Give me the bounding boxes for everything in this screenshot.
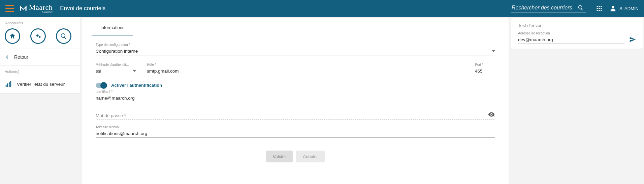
- auth-toggle[interactable]: [96, 83, 106, 88]
- send-address-label: Adresse d'envoi: [96, 125, 495, 129]
- home-icon: [9, 33, 16, 40]
- svg-rect-7: [599, 10, 600, 11]
- config-type-label: Type de configuration *: [96, 43, 495, 47]
- shortcut-admin[interactable]: [30, 28, 46, 44]
- svg-rect-5: [601, 8, 602, 9]
- config-type-value: Configuration interne: [96, 49, 138, 54]
- test-title: Test d'envoi: [518, 23, 636, 28]
- logo-mark-icon: [19, 4, 28, 12]
- page-title: Envoi de courriels: [60, 5, 105, 12]
- search-input[interactable]: [511, 4, 575, 11]
- sidebar: Raccourcis Retour: [0, 17, 81, 93]
- chevron-down-icon: [492, 50, 495, 52]
- validate-button[interactable]: Valider: [266, 151, 293, 162]
- user-menu[interactable]: S. ADMIN: [609, 5, 639, 12]
- identifier-value: name@maarch.org: [96, 96, 135, 101]
- svg-rect-10: [6, 85, 7, 87]
- svg-point-9: [612, 6, 614, 8]
- config-type-field[interactable]: Type de configuration * Configuration in…: [96, 43, 495, 55]
- menu-button[interactable]: [5, 5, 14, 12]
- svg-rect-11: [7, 83, 8, 87]
- bar-chart-icon: [5, 80, 12, 88]
- topbar: Maarch Courrier Envoi de courriels S. AD…: [0, 0, 644, 17]
- shortcuts-heading: Raccourcis: [0, 17, 80, 27]
- svg-rect-4: [599, 8, 600, 9]
- gears-icon: [35, 33, 41, 40]
- back-label: Retour: [14, 54, 28, 60]
- svg-rect-13: [10, 81, 11, 87]
- toggle-password-visibility[interactable]: [488, 111, 495, 119]
- svg-rect-6: [597, 10, 598, 11]
- password-field[interactable]: Mot de passe *: [96, 111, 495, 120]
- auth-method-field[interactable]: Méthode d'authentific… ssl: [96, 63, 136, 75]
- user-icon: [609, 5, 617, 12]
- search-icon: [578, 5, 584, 11]
- logo-sub-text: Courrier: [29, 10, 53, 14]
- password-label: Mot de passe *: [96, 113, 126, 118]
- svg-rect-8: [601, 10, 602, 11]
- cancel-button[interactable]: Annuler: [296, 151, 325, 162]
- recv-address-value: dev@maarch.org: [518, 37, 553, 42]
- test-panel: Test d'envoi Adresse de réception dev@ma…: [511, 18, 643, 49]
- shortcut-search[interactable]: [56, 28, 71, 44]
- search-icon: [60, 33, 67, 40]
- app-logo[interactable]: Maarch Courrier: [19, 4, 53, 14]
- host-label: Hôte *: [147, 63, 464, 67]
- recv-address-label: Adresse de réception: [518, 31, 624, 35]
- auth-toggle-label: Activer l'authentification: [111, 83, 162, 88]
- identifier-label: Identifiant *: [96, 90, 495, 94]
- identifier-field[interactable]: Identifiant * name@maarch.org: [96, 90, 495, 102]
- apps-icon[interactable]: [596, 5, 603, 12]
- global-search[interactable]: [511, 4, 586, 13]
- tab-informations[interactable]: Informations: [92, 18, 133, 35]
- user-name: S. ADMIN: [619, 6, 639, 11]
- action-label: Vérifier l'état du serveur: [17, 82, 65, 87]
- svg-rect-1: [599, 6, 600, 7]
- action-check-server[interactable]: Vérifier l'état du serveur: [0, 76, 80, 90]
- eye-off-icon: [488, 111, 495, 118]
- actions-heading: Action(s): [0, 65, 80, 76]
- svg-rect-0: [597, 6, 598, 7]
- shortcut-home[interactable]: [5, 28, 20, 44]
- port-field[interactable]: Port * 465: [475, 63, 495, 75]
- auth-method-value: ssl: [96, 69, 101, 74]
- port-label: Port *: [475, 63, 495, 67]
- chevron-left-icon: [5, 55, 9, 59]
- svg-rect-12: [9, 82, 10, 87]
- send-address-field[interactable]: Adresse d'envoi notifications@maarch.org: [96, 125, 495, 138]
- svg-rect-2: [601, 6, 602, 7]
- svg-rect-3: [597, 8, 598, 9]
- send-test-button[interactable]: [629, 36, 636, 44]
- back-button[interactable]: Retour: [0, 49, 80, 65]
- paper-plane-icon: [629, 36, 636, 43]
- port-value: 465: [475, 69, 483, 74]
- chevron-down-icon: [133, 70, 136, 72]
- host-value: smtp.gmail.com: [147, 69, 179, 74]
- send-address-value: notifications@maarch.org: [96, 131, 147, 136]
- recv-address-field[interactable]: Adresse de réception dev@maarch.org: [518, 31, 624, 44]
- main-panel: Informations Type de configuration * Con…: [82, 18, 509, 184]
- auth-method-label: Méthode d'authentific…: [96, 63, 129, 67]
- host-field[interactable]: Hôte * smtp.gmail.com: [147, 63, 464, 75]
